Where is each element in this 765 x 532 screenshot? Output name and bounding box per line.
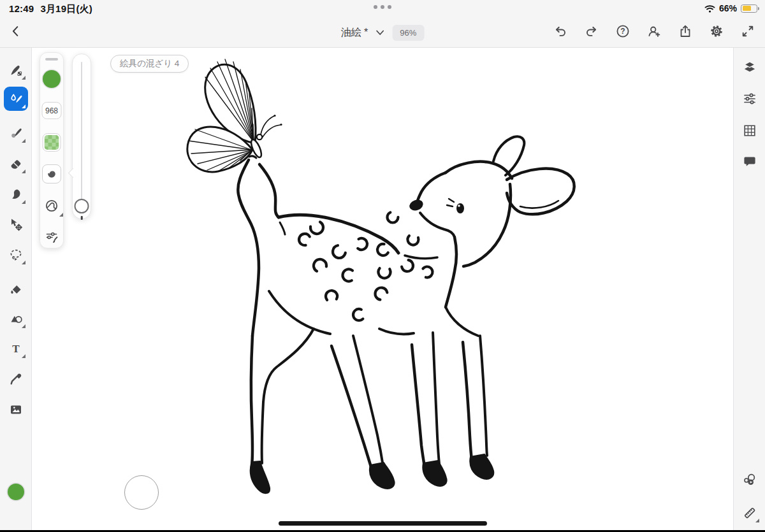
- layers-button[interactable]: [738, 55, 762, 79]
- redo-button[interactable]: [579, 19, 604, 43]
- status-bar: 12:493月19日(火) 66%: [0, 0, 765, 18]
- tool-move[interactable]: [4, 212, 28, 236]
- tool-eraser[interactable]: [4, 152, 28, 176]
- help-icon: ?: [615, 24, 630, 39]
- comment-button[interactable]: [738, 149, 762, 173]
- tool-mixer-brush[interactable]: [4, 121, 28, 145]
- panel-drag-handle[interactable]: [45, 58, 58, 61]
- flow-icon: [44, 198, 59, 213]
- slider-track[interactable]: [81, 62, 82, 201]
- add-person-icon: [646, 24, 662, 39]
- brush-size-field[interactable]: 968: [42, 102, 62, 119]
- left-tool-rail: T: [0, 48, 32, 532]
- layers-icon: [742, 59, 757, 75]
- eyedropper-icon: [8, 371, 24, 387]
- tool-lasso[interactable]: [4, 243, 28, 267]
- adjustments-button[interactable]: [738, 87, 762, 111]
- brush-parameter-slider-panel: [72, 54, 91, 219]
- fill-bucket-icon: [8, 282, 24, 298]
- grid-icon: [742, 123, 757, 138]
- drawing-canvas[interactable]: [32, 48, 733, 532]
- right-tool-rail: [733, 48, 765, 532]
- image-icon: [8, 402, 24, 417]
- move-icon: [8, 217, 24, 232]
- brush-flow-button[interactable]: [42, 196, 61, 215]
- share-icon: [678, 24, 693, 39]
- sliders-icon: [742, 91, 757, 106]
- document-title: 油絵 *: [341, 26, 368, 40]
- wifi-icon: [704, 4, 715, 13]
- tool-smudge[interactable]: [4, 182, 28, 206]
- gear-icon: [709, 24, 724, 39]
- paint-mixing-tooltip: 絵具の混ざり 4: [110, 55, 189, 73]
- tool-fill[interactable]: [4, 278, 28, 302]
- brush-color-well[interactable]: [43, 70, 61, 88]
- multitasking-indicator[interactable]: [374, 5, 391, 9]
- redo-icon: [584, 24, 599, 39]
- brush-opacity-swatch[interactable]: [43, 133, 61, 152]
- fawn-butterfly-artwork: [32, 48, 733, 532]
- document-title-button[interactable]: 油絵 *: [341, 26, 384, 40]
- settings-button[interactable]: [704, 19, 729, 43]
- svg-text:T: T: [12, 343, 20, 355]
- chevron-down-icon: [375, 30, 384, 36]
- tool-shape[interactable]: [4, 306, 28, 331]
- tool-place-image[interactable]: [4, 398, 28, 422]
- tool-eyedropper[interactable]: [4, 367, 28, 391]
- ruler-button[interactable]: [738, 501, 762, 525]
- svg-text:?: ?: [620, 27, 625, 36]
- back-button[interactable]: [4, 19, 28, 43]
- home-indicator[interactable]: [279, 521, 487, 526]
- active-color-swatch[interactable]: [8, 484, 24, 500]
- undo-icon: [553, 24, 568, 39]
- invite-people-button[interactable]: [642, 19, 666, 43]
- date: 3月19日(火): [40, 3, 92, 14]
- grid-button[interactable]: [738, 119, 762, 143]
- undo-button[interactable]: [548, 19, 572, 43]
- chevron-left-icon: [9, 24, 23, 38]
- battery-percent: 66%: [719, 3, 737, 13]
- tool-pixel-brush[interactable]: [4, 58, 28, 82]
- share-button[interactable]: [673, 19, 697, 43]
- expand-icon: [740, 24, 755, 39]
- clock: 12:49: [9, 3, 34, 14]
- livestream-button[interactable]: [738, 468, 762, 492]
- brush-settings-button[interactable]: [42, 227, 61, 247]
- comment-icon: [742, 154, 757, 169]
- livestream-icon: [742, 472, 757, 487]
- brush-options-panel: 968: [40, 52, 64, 248]
- fullscreen-button[interactable]: [736, 19, 760, 43]
- brush-settings-icon: [44, 229, 59, 245]
- battery-icon: [741, 4, 757, 13]
- top-toolbar: 油絵 * 96% ?: [0, 18, 765, 48]
- zoom-level-badge[interactable]: 96%: [392, 25, 424, 41]
- paint-mixing-button[interactable]: [42, 164, 61, 183]
- tool-text[interactable]: T: [4, 336, 28, 361]
- paint-mixing-spiral-icon: [44, 166, 59, 182]
- tool-live-brush[interactable]: [4, 87, 28, 111]
- slider-tick: [81, 216, 83, 220]
- brush-cursor-ring: [124, 475, 159, 510]
- help-button[interactable]: ?: [611, 19, 635, 43]
- slider-handle[interactable]: [75, 199, 89, 213]
